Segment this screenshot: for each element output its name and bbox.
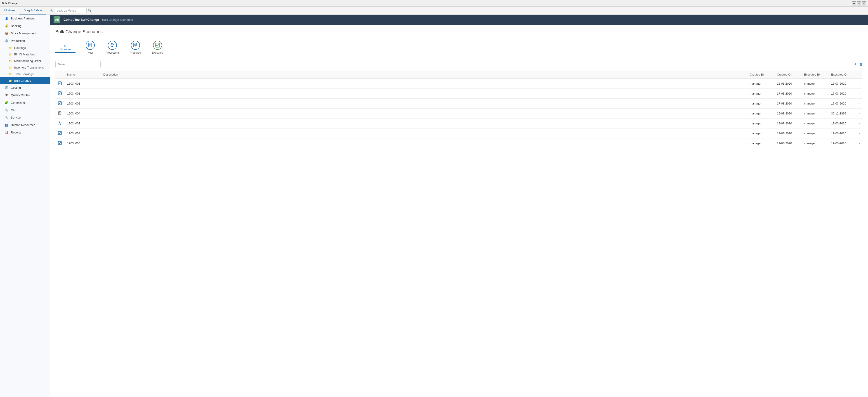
row-name: 1603_001: [64, 79, 101, 89]
sidebar-label-inventory-transactions: Inventory Transactions: [14, 66, 44, 69]
sidebar-item-bulk-change[interactable]: 📁 Bulk Change: [0, 77, 50, 84]
sidebar-item-production[interactable]: ⚙️ Production: [0, 37, 50, 45]
table-row[interactable]: 1703_002 manager 17-03-2020 manager 17-0…: [55, 98, 347, 109]
row-description: [101, 89, 347, 98]
sidebar-label-routings: Routings: [14, 46, 26, 50]
row-icon-cell: [55, 79, 64, 89]
search-input[interactable]: [56, 61, 98, 67]
sidebar-label-human-resources: Human Resources: [11, 123, 35, 127]
sidebar-label-business-partners: Business Partners: [11, 17, 35, 20]
stock-icon: 📦: [4, 32, 8, 35]
table-row[interactable]: 1903_008 manager 19-03-2020 manager 19-0…: [55, 129, 347, 138]
sidebar-label-complaints: Complaints: [11, 101, 26, 104]
reports-icon: 📊: [4, 131, 8, 134]
title-bar-left: Bulk Change: [2, 2, 18, 5]
sidebar: 👤 Business Partners 💰 Banking 📦 Stock Ma…: [0, 15, 50, 159]
mfg-folder-icon: 📁: [8, 59, 12, 63]
sidebar-label-quality-control: Quality Control: [11, 93, 30, 97]
bom-folder-icon: 📁: [8, 53, 12, 56]
col-icon: [55, 70, 64, 79]
filter-tabs: All Scenarios New: [55, 39, 347, 56]
mrp-icon: 🔍: [4, 108, 8, 112]
svg-point-20: [59, 122, 60, 122]
row-icon-cell: [55, 138, 64, 148]
tab-drag-relate[interactable]: Drag & Relate: [20, 6, 46, 15]
sidebar-label-mrp: MRP: [11, 108, 18, 112]
row-name: 1903_006: [64, 138, 101, 148]
sidebar-item-stock-management[interactable]: 📦 Stock Management: [0, 30, 50, 37]
time-folder-icon: 📁: [8, 73, 12, 76]
row-name: 1703_001: [64, 89, 101, 98]
sidebar-item-inventory-transactions[interactable]: 📁 Inventory Transactions: [0, 64, 50, 71]
table-row[interactable]: 1903_003 manager 19-03-2020 manager 19-0…: [55, 118, 347, 129]
sidebar-item-service[interactable]: 🔧 Service: [0, 114, 50, 121]
processing-tab-label: Processing: [105, 51, 119, 54]
menu-search-input[interactable]: [55, 8, 87, 13]
row-icon-cell: [55, 118, 64, 129]
sidebar-label-bill-of-materials: Bill Of Materials: [14, 53, 35, 56]
table-row[interactable]: 1903_004 manager 19-03-2020 manager 30-1…: [55, 109, 347, 118]
col-description: Description: [101, 70, 347, 79]
main-layout: 👤 Business Partners 💰 Banking 📦 Stock Ma…: [0, 15, 347, 159]
sidebar-label-service: Service: [11, 116, 21, 119]
sidebar-label-bulk-change: Bulk Change: [14, 79, 31, 82]
sidebar-item-quality-control[interactable]: 👁️ Quality Control: [0, 91, 50, 99]
sidebar-item-human-resources[interactable]: 👥 Human Resources: [0, 121, 50, 129]
filter-tab-prepared[interactable]: Prepared: [124, 39, 146, 56]
filter-tab-processing[interactable]: Processing: [100, 39, 124, 56]
filter-tab-executed[interactable]: Executed: [147, 39, 168, 56]
routings-folder-icon: 📁: [8, 46, 12, 50]
app-subtitle: Bulk Change Scenarios: [102, 18, 133, 22]
sidebar-item-reports[interactable]: 📊 Reports: [0, 129, 50, 136]
sidebar-label-reports: Reports: [11, 131, 21, 134]
wrench-icon: 🔧: [50, 9, 54, 12]
sidebar-item-manufacturing-order[interactable]: 📁 Manufacturing Order: [0, 58, 50, 64]
search-input-wrap: ↻: [55, 61, 101, 68]
menu-search-icon: 🔍: [88, 9, 92, 12]
banking-icon: 💰: [4, 24, 8, 28]
row-name: 1903_003: [64, 118, 101, 129]
row-description: [101, 109, 347, 118]
content-area: AE CompuTec BulkChange Bulk Change Scena…: [50, 15, 347, 159]
hr-icon: 👥: [4, 123, 8, 127]
svg-point-4: [111, 44, 112, 45]
row-description: [101, 118, 347, 129]
data-table: Name Description Created By Created On E…: [55, 70, 347, 148]
app-header: AE CompuTec BulkChange Bulk Change Scena…: [50, 15, 347, 25]
sidebar-item-time-bookings[interactable]: 📁 Time Bookings: [0, 71, 50, 77]
row-description: [101, 129, 347, 138]
row-icon-cell: [55, 98, 64, 109]
filter-tab-all[interactable]: All Scenarios: [55, 42, 75, 53]
sidebar-item-routings[interactable]: 📁 Routings: [0, 45, 50, 51]
sidebar-item-business-partners[interactable]: 👤 Business Partners: [0, 15, 50, 22]
sidebar-item-costing[interactable]: 🔄 Costing: [0, 84, 50, 91]
sidebar-item-complaints[interactable]: 🧩 Complaints: [0, 99, 50, 106]
sidebar-item-bill-of-materials[interactable]: 📁 Bill Of Materials: [0, 51, 50, 58]
executed-tab-label: Executed: [152, 51, 163, 54]
table-row[interactable]: 1703_001 manager 17-03-2020 manager 17-0…: [55, 89, 347, 98]
production-icon: ⚙️: [4, 39, 8, 42]
table-row[interactable]: 1603_001 manager 16-03-2020 manager 16-0…: [55, 79, 347, 89]
title-bar: Bulk Change — □ ✕: [0, 0, 347, 6]
processing-tab-icon: [108, 41, 117, 50]
row-description: [101, 79, 347, 89]
service-icon: 🔧: [4, 116, 8, 119]
all-sublabel: Scenarios: [60, 48, 71, 51]
window-title: Bulk Change: [2, 2, 18, 5]
filter-tab-new[interactable]: New: [80, 39, 100, 56]
row-description: [101, 138, 347, 148]
quality-icon: 👁️: [4, 93, 8, 97]
sidebar-item-banking[interactable]: 💰 Banking: [0, 22, 50, 30]
app-logo: AE: [54, 16, 60, 23]
sidebar-label-manufacturing-order: Manufacturing Order: [14, 59, 41, 63]
bulk-folder-icon: 📁: [8, 79, 12, 82]
search-button[interactable]: [98, 61, 101, 68]
menu-search-bar: 🔧 🔍: [48, 6, 94, 15]
tab-modules[interactable]: Modules: [0, 6, 20, 15]
sidebar-label-banking: Banking: [11, 24, 22, 28]
sidebar-label-stock-management: Stock Management: [11, 32, 36, 35]
complaints-icon: 🧩: [4, 101, 8, 104]
sidebar-item-mrp[interactable]: 🔍 MRP: [0, 106, 50, 114]
all-label: All: [64, 44, 67, 48]
table-row[interactable]: 1903_006 manager 19-03-2020 manager 19-0…: [55, 138, 347, 148]
